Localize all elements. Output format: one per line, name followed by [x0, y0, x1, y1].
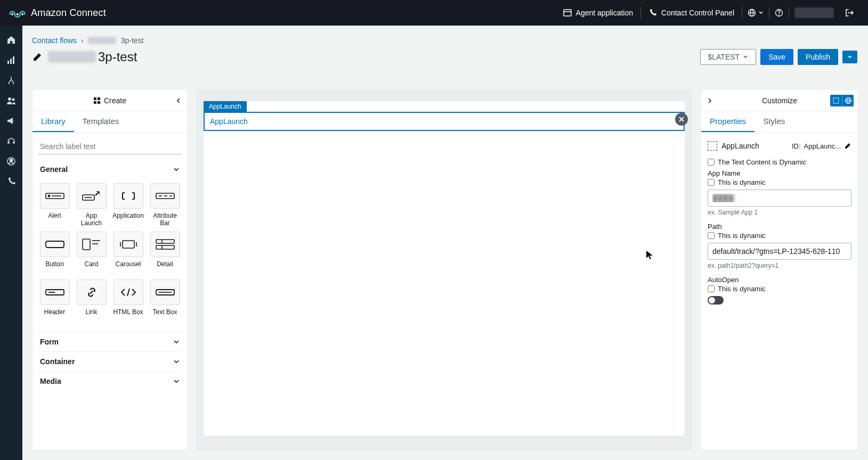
- nav-users-icon[interactable]: [6, 96, 16, 105]
- publish-button[interactable]: Publish: [798, 49, 838, 65]
- nav-phone-icon[interactable]: [6, 177, 16, 186]
- tab-library[interactable]: Library: [33, 111, 74, 132]
- nav-campaigns-icon[interactable]: [6, 116, 16, 126]
- section-media[interactable]: Media: [38, 371, 182, 391]
- tab-templates[interactable]: Templates: [74, 111, 127, 132]
- edit-title-icon[interactable]: [32, 52, 43, 62]
- block-app-launch[interactable]: App Launch: [75, 183, 108, 227]
- block-carousel[interactable]: Carousel: [111, 232, 145, 275]
- chevron-down-icon: [173, 166, 180, 172]
- path-dynamic-checkbox[interactable]: [708, 232, 715, 239]
- nav-headset-icon[interactable]: [6, 136, 16, 146]
- nav-routing-icon[interactable]: [6, 76, 16, 85]
- customize-tabs: Properties Styles: [701, 111, 858, 133]
- svg-point-16: [10, 159, 13, 162]
- globe-icon: [748, 9, 756, 17]
- canvas-node-close[interactable]: [675, 113, 688, 126]
- chevron-right-icon: ›: [81, 36, 84, 45]
- tab-styles[interactable]: Styles: [755, 111, 793, 132]
- collapse-create-button[interactable]: [175, 97, 182, 104]
- breadcrumb: Contact flows › 3p-test: [32, 36, 858, 45]
- block-link[interactable]: Link: [75, 280, 108, 323]
- svg-rect-3: [564, 10, 571, 16]
- app-name-dynamic-label: This is dynamic: [718, 178, 766, 186]
- path-label: Path: [708, 223, 851, 231]
- edit-id-button[interactable]: [844, 142, 851, 150]
- title-redacted: [48, 51, 96, 63]
- block-attribute-bar[interactable]: Attribute Bar: [148, 183, 182, 227]
- autoopen-dynamic-label: This is dynamic: [718, 285, 766, 293]
- svg-rect-19: [94, 101, 96, 104]
- caret-down-icon: [743, 54, 748, 60]
- section-form[interactable]: Form: [38, 332, 182, 351]
- svg-point-2: [21, 13, 23, 15]
- svg-rect-36: [156, 240, 174, 243]
- user-name-redacted: [794, 7, 834, 18]
- publish-menu-button[interactable]: [842, 51, 857, 63]
- svg-point-13: [8, 97, 11, 101]
- save-button[interactable]: Save: [760, 49, 793, 65]
- logout-button[interactable]: [839, 8, 859, 18]
- app-name-dynamic-row[interactable]: This is dynamic: [708, 178, 851, 186]
- agent-application-link[interactable]: Agent application: [556, 9, 640, 17]
- autoopen-toggle[interactable]: [708, 296, 724, 305]
- id-value: AppLaunc...: [804, 142, 841, 150]
- block-application[interactable]: Application: [111, 183, 145, 227]
- block-card[interactable]: Card: [75, 232, 108, 275]
- create-panel: Create Library Templates General Alert A…: [32, 89, 188, 450]
- preview-mode-button[interactable]: [842, 95, 854, 106]
- app-name-dynamic-checkbox[interactable]: [708, 179, 715, 186]
- canvas-node-chip[interactable]: AppLaunch: [204, 101, 247, 112]
- language-menu[interactable]: [742, 9, 769, 17]
- ccp-link[interactable]: Contact Control Panel: [641, 9, 742, 17]
- help-button[interactable]: [769, 9, 789, 17]
- svg-point-22: [48, 195, 50, 197]
- nav-home-icon[interactable]: [6, 35, 16, 45]
- version-label: $LATEST: [708, 53, 740, 61]
- collapse-customize-button[interactable]: [707, 97, 713, 104]
- svg-point-9: [778, 14, 779, 15]
- block-text-box[interactable]: Text Box: [148, 280, 182, 323]
- user-menu[interactable]: [789, 7, 839, 18]
- chevron-left-icon: [175, 97, 182, 104]
- autoopen-dynamic-checkbox[interactable]: [708, 285, 715, 292]
- block-html-box[interactable]: HTML Box: [111, 280, 145, 323]
- block-header[interactable]: Header: [38, 280, 71, 323]
- section-general-label: General: [40, 165, 68, 174]
- section-form-label: Form: [40, 338, 59, 346]
- breadcrumb-root[interactable]: Contact flows: [32, 36, 77, 45]
- path-input[interactable]: [708, 243, 851, 260]
- dynamic-text-row[interactable]: The Text Content is Dynamic: [708, 158, 851, 166]
- path-dynamic-row[interactable]: This is dynamic: [708, 232, 851, 240]
- mouse-cursor-icon: [646, 250, 653, 260]
- canvas-node-input[interactable]: [204, 112, 685, 131]
- svg-rect-44: [833, 98, 839, 103]
- close-icon: [678, 116, 685, 122]
- tab-properties[interactable]: Properties: [701, 111, 755, 132]
- section-general[interactable]: General: [38, 160, 182, 179]
- version-dropdown[interactable]: $LATEST: [700, 49, 757, 65]
- block-button[interactable]: Button: [38, 232, 71, 275]
- block-detail[interactable]: Detail: [148, 232, 182, 275]
- autoopen-dynamic-row[interactable]: This is dynamic: [708, 285, 851, 293]
- svg-rect-11: [10, 59, 12, 64]
- canvas[interactable]: AppLaunch: [204, 101, 685, 436]
- search-input[interactable]: [38, 137, 182, 154]
- app-name-input[interactable]: [708, 190, 851, 207]
- create-panel-title: Create: [93, 96, 126, 105]
- dynamic-text-checkbox[interactable]: [708, 159, 715, 166]
- section-media-label: Media: [40, 377, 61, 385]
- agent-application-label: Agent application: [576, 9, 633, 17]
- nav-analytics-icon[interactable]: [6, 55, 16, 65]
- nav-profile-icon[interactable]: [6, 157, 16, 166]
- block-alert[interactable]: Alert: [38, 183, 71, 227]
- brand-wrap[interactable]: Amazon Connect: [9, 6, 106, 19]
- svg-rect-12: [13, 56, 14, 64]
- title-suffix: 3p-test: [98, 50, 137, 64]
- phone-icon: [648, 9, 657, 17]
- caret-down-icon: [847, 54, 853, 60]
- chevron-down-icon: [173, 378, 180, 384]
- section-container[interactable]: Container: [38, 351, 182, 371]
- app-name-hint: ex. Sample App 1: [708, 209, 851, 216]
- select-mode-button[interactable]: [830, 95, 842, 106]
